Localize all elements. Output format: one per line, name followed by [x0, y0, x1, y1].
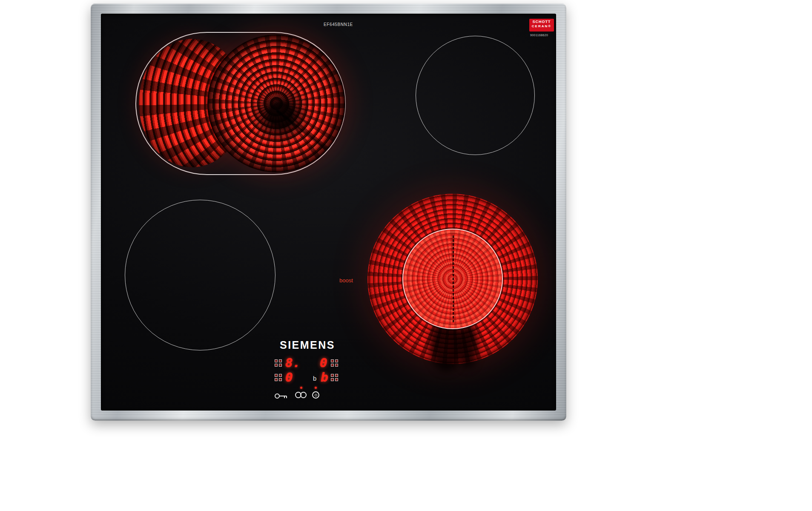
display-back-left: 8. [285, 357, 300, 369]
grid-square [275, 359, 278, 362]
grid-square [331, 374, 334, 377]
brand-logo: SIEMENS [280, 339, 335, 351]
model-number: EF645BNN1E [324, 22, 353, 27]
stainless-frame: EF645BNN1E SCHOTT CERAN® 9001168620 [91, 3, 566, 421]
power-ring-icon[interactable] [312, 391, 319, 399]
glass-surface: EF645BNN1E SCHOTT CERAN® 9001168620 [101, 14, 556, 411]
grid-square [331, 364, 334, 367]
zone-indicator-grid-front-right [331, 374, 338, 381]
zone-indicator-grid-back-left [275, 359, 282, 367]
zone-front-left [125, 200, 275, 350]
schott-ceran-logo: SCHOTT CERAN® [529, 19, 554, 32]
touch-control-row [273, 387, 328, 404]
grid-square [335, 378, 338, 381]
display-front-left: 0 [285, 371, 293, 384]
indicator-led [315, 387, 317, 389]
grid-square [279, 378, 282, 381]
boost-label: boost [339, 277, 353, 284]
grid-square [335, 359, 338, 362]
grid-square [279, 374, 282, 377]
indicator-led [300, 387, 302, 389]
display-back-right: 0 [320, 357, 327, 369]
schott-ceran-line1: SCHOTT [529, 20, 554, 24]
zone-indicator-grid-back-right [331, 359, 338, 367]
temperature-sensor-line [453, 235, 454, 322]
grid-square [279, 364, 282, 367]
product-photo: EF645BNN1E SCHOTT CERAN® 9001168620 [0, 0, 812, 511]
grid-square [331, 378, 334, 381]
zone-indicator-grid-front-left [275, 374, 282, 381]
inner-circle-glow [402, 229, 503, 329]
grid-square [275, 374, 278, 377]
temperature-sensor-arm [275, 109, 327, 151]
grid-square [335, 374, 338, 377]
zone-back-left-oval [135, 32, 346, 175]
dual-circle-icon[interactable] [300, 392, 307, 398]
grid-square [275, 364, 278, 367]
grid-square [335, 364, 338, 367]
zone-back-right [416, 36, 535, 155]
grid-square [275, 378, 278, 381]
schott-ceran-line2: CERAN® [529, 24, 554, 29]
heating-coil-glow-main [207, 34, 345, 172]
display-front-right: b [321, 371, 328, 384]
key-lock-icon[interactable] [274, 392, 288, 400]
power-ring-inner [315, 394, 317, 396]
zone-front-right-dual: boost [367, 194, 538, 364]
certification-code: 9001168620 [530, 34, 548, 37]
residual-heat-letter: b [313, 375, 316, 382]
grid-square [331, 359, 334, 362]
grid-square [279, 359, 282, 362]
